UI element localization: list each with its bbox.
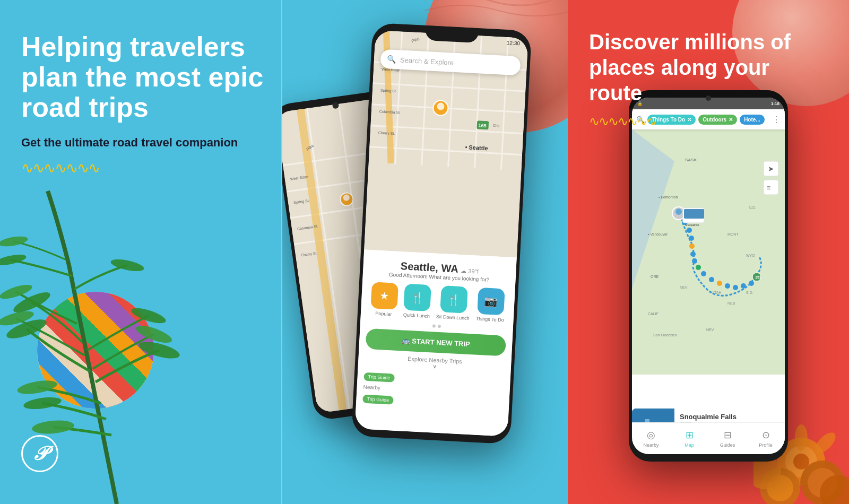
trip-guide-badge: Trip Guide (363, 372, 394, 382)
svg-point-110 (690, 251, 696, 257)
left-section: Helping travelers plan the most epic roa… (0, 0, 281, 504)
svg-point-4 (137, 338, 181, 362)
svg-text:165: 165 (478, 123, 487, 128)
map-icon: ⊞ (686, 429, 694, 441)
right-section: Discover millions of places along your r… (568, 0, 849, 504)
svg-point-11 (0, 234, 29, 248)
squiggle-decoration: ∿∿∿∿∿∿∿ (21, 159, 281, 177)
trip-guide-badge-2: Trip Guide (362, 394, 393, 404)
svg-text:WYO: WYO (746, 254, 755, 257)
nearby-icon: ◎ (647, 429, 655, 441)
svg-text:Snoqualmie: Snoqualmie (685, 223, 699, 227)
svg-text:S.D.: S.D. (746, 291, 753, 294)
svg-text:NEV: NEV (706, 328, 714, 332)
svg-text:151: 151 (755, 275, 761, 279)
nav-item-map[interactable]: ⊞ Map (670, 429, 708, 448)
phone-map: Pike West Edge Spring St. Columbia St. C… (364, 30, 528, 257)
svg-point-112 (696, 265, 701, 270)
svg-rect-125 (684, 209, 704, 219)
svg-point-113 (701, 271, 706, 276)
svg-point-118 (741, 283, 746, 289)
guides-nav-label: Guides (720, 442, 735, 448)
right-phone-screen: 🔒 1:18 🔍 Things To Do ✕ Outdoors ✕ (632, 98, 785, 454)
phone-right: 🔒 1:18 🔍 Things To Do ✕ Outdoors ✕ (629, 90, 788, 462)
svg-point-114 (709, 277, 714, 282)
right-map-area: 🔍 Things To Do ✕ Outdoors ✕ Hote... ⋮ (632, 109, 785, 375)
nav-item-nearby[interactable]: ◎ Nearby (632, 429, 670, 448)
right-headline: Discover millions of places along your r… (589, 29, 828, 106)
dot-2 (438, 324, 441, 327)
popular-icon: ★ (370, 282, 398, 310)
phone-notch-primary (425, 25, 479, 43)
svg-text:N.D.: N.D. (749, 206, 756, 210)
svg-point-108 (689, 236, 694, 241)
dot-1 (432, 324, 436, 327)
temperature: ☁ 39°f (461, 267, 479, 275)
right-text-block: Discover millions of places along your r… (589, 29, 828, 129)
svg-point-115 (717, 281, 722, 286)
svg-text:Che: Che (493, 124, 500, 128)
status-time: 12:30 (507, 40, 521, 46)
phone-bottom-content: Seattle, WA ☁ 39°f Good Afternoon! What … (355, 249, 517, 437)
svg-text:San Francisco: San Francisco (653, 333, 677, 337)
svg-point-84 (795, 424, 808, 451)
svg-text:NEB: NEB (727, 301, 735, 305)
svg-point-117 (733, 285, 738, 290)
left-text-block: Helping travelers plan the most epic roa… (21, 32, 281, 177)
quick-lunch-label: Quick Lunch (403, 312, 430, 319)
phone-primary-screen: Pike West Edge Spring St. Columbia St. C… (355, 30, 529, 437)
brand-logo: 𝒫 (21, 435, 58, 472)
sit-down-lunch-btn[interactable]: 🍴 Sit Down Lunch (436, 285, 471, 320)
things-to-do-label: Things To Do (476, 316, 504, 323)
nav-item-guides[interactable]: ⊟ Guides (708, 429, 747, 448)
sit-down-lunch-label: Sit Down Lunch (436, 314, 470, 320)
things-to-do-icon: 📷 (477, 287, 505, 315)
profile-icon: ⊙ (762, 429, 770, 441)
svg-text:CALIF: CALIF (648, 312, 659, 316)
guides-icon: ⊟ (724, 429, 732, 441)
svg-text:≡: ≡ (767, 184, 770, 192)
quick-lunch-btn[interactable]: 🍴 Quick Lunch (403, 283, 431, 319)
svg-point-8 (23, 395, 62, 411)
svg-point-111 (692, 258, 697, 264)
main-headline: Helping travelers plan the most epic roa… (21, 32, 281, 123)
svg-point-9 (31, 419, 75, 436)
middle-section: Pike West Edge Spring St. Columbia St. C… (281, 0, 568, 504)
svg-text:• Vancouver: • Vancouver (648, 232, 668, 236)
svg-text:• Edmonton: • Edmonton (659, 195, 678, 199)
category-icons: ★ Popular 🍴 Quick Lunch 🍴 Sit Down Lunch… (367, 282, 509, 323)
start-trip-button[interactable]: 🚌 START NEW TRIP (365, 328, 506, 356)
svg-text:• Seattle: • Seattle (465, 144, 488, 151)
sit-down-lunch-icon: 🍴 (440, 285, 468, 314)
svg-text:MONT: MONT (727, 232, 739, 236)
nearby-nav-label: Nearby (643, 442, 659, 448)
search-placeholder: Search & Explore (400, 56, 454, 66)
map-nav-label: Map (685, 442, 694, 448)
status-bar: 12:30 (507, 40, 521, 46)
svg-point-116 (725, 283, 730, 289)
svg-text:SASK: SASK (685, 158, 697, 162)
popular-btn[interactable]: ★ Popular (370, 282, 398, 317)
svg-text:NEV: NEV (680, 285, 688, 289)
nav-item-profile[interactable]: ⊙ Profile (747, 429, 785, 448)
svg-rect-129 (764, 180, 778, 195)
location-header: Seattle, WA ☁ 39°f Good Afternoon! What … (369, 258, 510, 284)
profile-nav-label: Profile (759, 442, 773, 448)
popular-label: Popular (375, 310, 392, 317)
search-icon: 🔍 (387, 55, 396, 64)
svg-point-12 (110, 257, 145, 274)
phone-primary: Pike West Edge Spring St. Columbia St. C… (351, 23, 532, 445)
svg-point-10 (0, 253, 27, 267)
svg-point-119 (749, 281, 754, 286)
things-to-do-btn[interactable]: 📷 Things To Do (476, 287, 506, 323)
svg-point-109 (689, 244, 695, 249)
svg-point-7 (16, 378, 58, 397)
svg-point-107 (687, 228, 692, 233)
location-name: Snoqualmie Falls (680, 413, 779, 421)
sub-headline: Get the ultimate road travel companion (21, 136, 281, 150)
right-squiggle: ∿∿∿∿∿∿∿ (589, 114, 828, 129)
quick-lunch-icon: 🍴 (403, 283, 431, 311)
svg-text:ORE: ORE (651, 275, 659, 279)
svg-text:➤: ➤ (768, 164, 774, 173)
bottom-nav: ◎ Nearby ⊞ Map ⊟ Guides ⊙ Profile (632, 422, 785, 454)
